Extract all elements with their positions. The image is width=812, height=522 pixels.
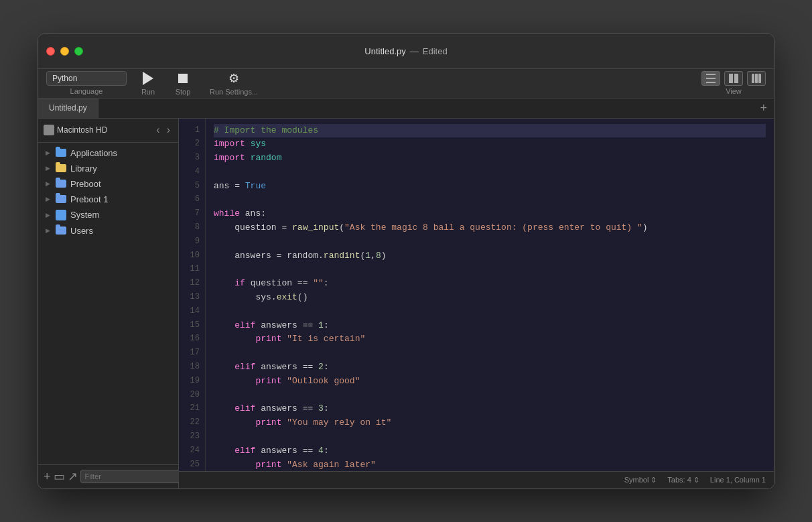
code-line: ans = True [214,180,766,194]
language-selector-group: Python JavaScript Swift Language [46,71,127,95]
chevron-icon: ▶ [44,164,52,172]
tab-untitled[interactable]: Untitled.py [38,99,98,118]
code-line: # Import the modules [214,124,766,138]
code-line: print "You may rely on it" [214,416,766,430]
tabs-status[interactable]: Tabs: 4 ⇕ [667,476,699,484]
tabs-chevron: ⇕ [693,476,699,484]
line-numbers: 12345 678910 1112131415 1617181920 21222… [179,119,206,471]
view-icons-group [701,71,766,86]
symbol-chevron: ⇕ [651,476,657,484]
view-columns-button[interactable] [747,71,766,86]
main-window: Untitled.py — Edited Python JavaScript S… [38,34,774,489]
statusbar: Symbol ⇕ Tabs: 4 ⇕ Line 1, Column 1 [179,471,774,488]
code-line: print "Outlook good" [214,375,766,389]
sidebar-item-library[interactable]: ▶ Library [38,161,178,176]
code-line [214,166,766,180]
code-line: elif answers == 3: [214,402,766,416]
run-settings-button[interactable]: ⚙ Run Settings... [204,69,263,97]
editor-area: 12345 678910 1112131415 1617181920 21222… [179,119,774,488]
minimize-button[interactable] [60,47,69,56]
add-folder-button[interactable]: + [44,468,51,484]
sidebar-nav: ‹ › [153,123,173,137]
tabbar: Untitled.py + [38,99,774,119]
view-controls: View [701,71,766,95]
title-separator: — [410,46,419,56]
folder-icon-preboot1 [56,195,66,203]
sidebar-title: Macintosh HD [57,125,151,135]
filter-input[interactable] [80,470,182,483]
hd-icon [44,125,54,135]
position-status[interactable]: Line 1, Column 1 [710,476,766,484]
view-label: View [726,87,742,95]
sidebar-item-label-system: System [70,210,99,220]
code-line: if question == "": [214,277,766,291]
view-split-button[interactable] [724,71,743,86]
code-line: print "It is certain" [214,332,766,346]
sidebar-item-preboot[interactable]: ▶ Preboot [38,176,178,192]
chevron-icon: ▶ [44,149,52,157]
code-line [214,235,766,249]
sidebar-item-preboot1[interactable]: ▶ Preboot 1 [38,192,178,207]
traffic-lights [46,47,83,56]
window-title: Untitled.py — Edited [364,46,447,56]
folder-icon-users [56,226,66,235]
code-editor[interactable]: 12345 678910 1112131415 1617181920 21222… [179,119,774,471]
tabs-label: Tabs: 4 [667,476,691,484]
folder-icon-preboot [56,180,66,188]
sidebar-item-users[interactable]: ▶ Users [38,223,178,239]
code-line [214,305,766,319]
sidebar-footer: + ▭ ↗ [38,464,178,488]
chevron-icon: ▶ [44,180,52,188]
stop-button[interactable]: Stop [170,69,196,97]
sidebar-item-applications[interactable]: ▶ Applications [38,145,178,161]
sidebar-item-label-library: Library [70,164,97,174]
folder-icon-applications [56,149,66,157]
title-subtitle: Edited [423,46,448,56]
language-select[interactable]: Python JavaScript Swift [46,71,127,86]
code-line: elif answers == 1: [214,319,766,333]
view-single-button[interactable] [701,71,720,86]
code-line: elif answers == 2: [214,361,766,375]
code-line [214,346,766,361]
tab-label: Untitled.py [49,103,87,113]
code-line [214,430,766,444]
run-button[interactable]: Run [135,69,161,97]
title-filename: Untitled.py [364,46,405,56]
run-icon [140,70,156,86]
code-line: import random [214,151,766,166]
sidebar-item-system[interactable]: ▶ System [38,207,178,223]
code-line: question = raw_input("Ask the magic 8 ba… [214,221,766,235]
sidebar-item-label-applications: Applications [70,148,117,158]
code-line: sys.exit() [214,291,766,305]
close-button[interactable] [46,47,55,56]
code-line: while ans: [214,207,766,221]
sidebar-item-label-preboot1: Preboot 1 [70,194,108,204]
code-content[interactable]: # Import the modules import sys import r… [206,119,774,471]
nav-back-button[interactable]: ‹ [153,123,162,137]
sidebar-header: Macintosh HD ‹ › [38,119,178,143]
stop-label: Stop [176,88,191,96]
sidebar-item-label-users: Users [70,226,93,236]
toolbar: Python JavaScript Swift Language Run Sto… [38,69,774,99]
sidebar-item-label-preboot: Preboot [70,179,101,189]
code-line: print "Ask again later" [214,458,766,471]
code-line: import sys [214,137,766,151]
remove-button[interactable]: ▭ [54,468,65,484]
settings-icon: ⚙ [226,70,242,86]
sidebar: Macintosh HD ‹ › ▶ Applications ▶ Librar [38,119,179,488]
maximize-button[interactable] [74,47,83,56]
run-label: Run [141,88,155,96]
main-area: Macintosh HD ‹ › ▶ Applications ▶ Librar [38,119,774,488]
share-button[interactable]: ↗ [68,468,78,484]
nav-forward-button[interactable]: › [164,123,173,137]
symbol-status[interactable]: Symbol ⇕ [624,476,657,484]
code-line [214,263,766,277]
code-line: answers = random.randint(1,8) [214,249,766,263]
stop-icon [175,70,191,86]
code-line [214,389,766,403]
position-label: Line 1, Column 1 [710,476,766,484]
folder-icon-library [56,164,66,172]
titlebar: Untitled.py — Edited [38,34,774,69]
settings-label: Run Settings... [210,88,258,96]
add-tab-button[interactable]: + [753,99,774,118]
